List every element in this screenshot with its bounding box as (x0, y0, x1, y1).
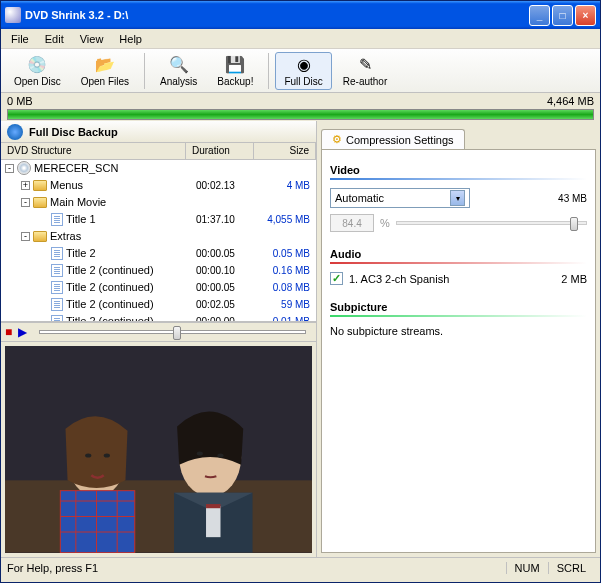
preview-slider-thumb[interactable] (173, 326, 181, 340)
dvd-structure-tree[interactable]: -MERECER_SCN+Menus00:02.134 MB-Main Movi… (1, 160, 316, 322)
capacity-min: 0 MB (7, 95, 33, 107)
open-files-button[interactable]: 📂 Open Files (72, 52, 138, 90)
svg-rect-11 (206, 507, 220, 538)
tab-label: Compression Settings (346, 134, 454, 146)
preview-panel: ■ ▶ (1, 322, 316, 557)
tree-row[interactable]: -Main Movie (1, 194, 316, 211)
pct-unit: % (380, 217, 390, 229)
menu-bar: File Edit View Help (1, 29, 600, 49)
tree-item-size: 0.08 MB (264, 282, 316, 293)
menu-edit[interactable]: Edit (37, 31, 72, 47)
compression-pct: 84.4 (330, 214, 374, 232)
tree-header: DVD Structure Duration Size (1, 143, 316, 160)
gear-icon: ⚙ (332, 133, 342, 146)
capacity-track (7, 109, 594, 120)
tree-item-duration: 00:00.05 (196, 248, 264, 259)
collapse-icon[interactable]: - (5, 164, 14, 173)
backup-button[interactable]: 💾 Backup! (208, 52, 262, 90)
tree-item-label: MERECER_SCN (34, 162, 118, 174)
disc-icon: 💿 (27, 55, 47, 75)
tree-row[interactable]: -MERECER_SCN (1, 160, 316, 177)
video-section-header: Video (330, 164, 587, 176)
col-size[interactable]: Size (254, 143, 316, 159)
tree-item-duration: 00:00.05 (196, 282, 264, 293)
tree-item-duration: 00:02.05 (196, 299, 264, 310)
col-duration[interactable]: Duration (186, 143, 254, 159)
tree-row[interactable]: Title 2 (continued)00:00.100.16 MB (1, 262, 316, 279)
preview-slider[interactable] (39, 330, 306, 334)
tree-item-size: 59 MB (264, 299, 316, 310)
dvd-icon (17, 161, 31, 175)
toolbar: 💿 Open Disc 📂 Open Files 🔍 Analysis 💾 Ba… (1, 49, 600, 93)
svg-point-4 (104, 454, 110, 458)
tree-row[interactable]: Title 2 (continued)00:00.000.01 MB (1, 313, 316, 322)
tree-row[interactable]: Title 2 (continued)00:02.0559 MB (1, 296, 316, 313)
menu-file[interactable]: File (3, 31, 37, 47)
tree-item-size: 4 MB (264, 180, 316, 191)
minimize-button[interactable]: _ (529, 5, 550, 26)
preview-controls: ■ ▶ (1, 322, 316, 342)
tree-item-label: Title 2 (continued) (66, 315, 154, 322)
video-size: 43 MB (558, 193, 587, 204)
maximize-button[interactable]: □ (552, 5, 573, 26)
tree-row[interactable]: Title 2 (continued)00:00.050.08 MB (1, 279, 316, 296)
tree-item-size: 0.16 MB (264, 265, 316, 276)
subpicture-section-header: Subpicture (330, 301, 587, 313)
tree-row[interactable]: Title 101:37.104,055 MB (1, 211, 316, 228)
tree-item-label: Title 2 (66, 247, 96, 259)
tree-item-label: Main Movie (50, 196, 106, 208)
tree-item-duration: 00:02.13 (196, 180, 264, 191)
tab-compression-settings[interactable]: ⚙ Compression Settings (321, 129, 465, 149)
section-divider (330, 315, 587, 317)
file-icon (51, 264, 63, 277)
tree-row[interactable]: +Menus00:02.134 MB (1, 177, 316, 194)
compression-slider[interactable] (396, 221, 587, 225)
open-files-label: Open Files (81, 76, 129, 87)
folder-icon (33, 180, 47, 191)
file-icon (51, 315, 63, 322)
audio-section-header: Audio (330, 248, 587, 260)
svg-rect-1 (5, 481, 312, 553)
tree-item-label: Title 1 (66, 213, 96, 225)
tree-item-size: 4,055 MB (264, 214, 316, 225)
toolbar-separator (144, 53, 145, 89)
disc-backup-icon (7, 124, 23, 140)
play-icon[interactable]: ▶ (18, 325, 27, 339)
analysis-button[interactable]: 🔍 Analysis (151, 52, 206, 90)
collapse-icon[interactable]: - (21, 232, 30, 241)
audio-track-checkbox[interactable]: ✓ (330, 272, 343, 285)
status-scrl: SCRL (548, 562, 594, 574)
reauthor-button[interactable]: ✎ Re-author (334, 52, 396, 90)
folder-open-icon: 📂 (95, 55, 115, 75)
file-icon (51, 213, 63, 226)
open-disc-label: Open Disc (14, 76, 61, 87)
tree-row[interactable]: Title 200:00.050.05 MB (1, 245, 316, 262)
video-mode-combo[interactable]: Automatic ▾ (330, 188, 470, 208)
collapse-icon[interactable]: - (21, 198, 30, 207)
menu-help[interactable]: Help (111, 31, 150, 47)
tree-item-label: Title 2 (continued) (66, 281, 154, 293)
col-structure[interactable]: DVD Structure (1, 143, 186, 159)
stop-icon[interactable]: ■ (5, 325, 12, 339)
open-disc-button[interactable]: 💿 Open Disc (5, 52, 70, 90)
tree-row[interactable]: -Extras (1, 228, 316, 245)
full-disc-button[interactable]: ◉ Full Disc (275, 52, 331, 90)
status-help: For Help, press F1 (7, 562, 506, 574)
reauthor-icon: ✎ (355, 55, 375, 75)
file-icon (51, 298, 63, 311)
expand-icon[interactable]: + (21, 181, 30, 190)
file-icon (51, 281, 63, 294)
close-button[interactable]: × (575, 5, 596, 26)
left-pane-header: Full Disc Backup (1, 121, 316, 143)
svg-point-8 (197, 452, 203, 456)
full-disc-label: Full Disc (284, 76, 322, 87)
audio-track-label: 1. AC3 2-ch Spanish (349, 273, 449, 285)
title-bar: DVD Shrink 3.2 - D:\ _ □ × (1, 1, 600, 29)
menu-view[interactable]: View (72, 31, 112, 47)
tree-item-label: Extras (50, 230, 81, 242)
compression-slider-thumb[interactable] (570, 217, 578, 231)
app-icon (5, 7, 21, 23)
tree-item-label: Menus (50, 179, 83, 191)
capacity-fill (8, 110, 593, 119)
capacity-max: 4,464 MB (547, 95, 594, 107)
